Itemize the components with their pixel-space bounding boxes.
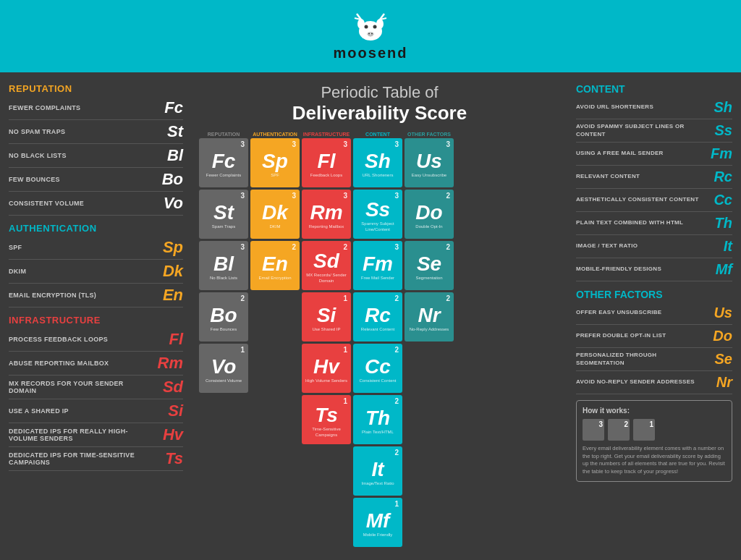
cell-symbol: Vo <box>211 357 237 377</box>
sidebar-item-label: NO SPAM TRAPS <box>9 128 147 135</box>
cell-label: Consistent Volume <box>206 378 242 383</box>
cell-symbol: Sh <box>365 151 391 171</box>
right-item-label: PLAIN TEXT COMBINED WITH HTML <box>576 219 703 226</box>
svg-point-10 <box>367 32 374 36</box>
cell-symbol: Se <box>417 254 441 274</box>
periodic-table-cell: 1 Ts Time-Sensitive Campaigns <box>302 395 351 444</box>
sidebar-item-label: DEDICATED IPS FOR REALLY HIGH-VOLUME SEN… <box>9 428 147 442</box>
periodic-table-cell <box>405 395 454 444</box>
sidebar-item-label: SPF <box>9 244 147 251</box>
cell-label: Double Opt-In <box>415 224 442 229</box>
periodic-table-cell: 3 Us Easy Unsubscribe <box>405 138 454 187</box>
cell-symbol: Rc <box>365 305 391 326</box>
sidebar-item: MX RECORDS FOR YOUR SENDER DOMAIN Sd <box>9 378 183 399</box>
right-item-symbol: Us <box>703 305 732 321</box>
sidebar-item-symbol: Si <box>147 402 183 420</box>
periodic-table-cell: 2 Nr No-Reply Addresses <box>405 292 454 341</box>
sidebar-item-symbol: Vo <box>147 194 183 213</box>
right-item-label: AVOID NO-REPLY SENDER ADDRESSES <box>576 378 703 386</box>
cell-label: URL Shorteners <box>363 173 394 178</box>
svg-point-12 <box>371 33 373 35</box>
sidebar-item: NO SPAM TRAPS St <box>9 122 183 144</box>
periodic-table-row: 3 St Spam Traps 3 Dk DKIM 3 Rm Reporting… <box>199 190 560 239</box>
periodic-table-cell: 3 Bl No Black Lists <box>199 241 248 290</box>
cell-number: 2 <box>240 294 245 302</box>
cell-symbol: En <box>262 254 288 274</box>
svg-point-3 <box>376 19 384 29</box>
sidebar-item: DKIM Dk <box>9 262 183 284</box>
sidebar-item-symbol: Fl <box>147 330 183 349</box>
title-line1: Periodic Table of <box>199 83 560 102</box>
cell-label: Reporting Mailbox <box>309 224 344 229</box>
cell-label: Few Bounces <box>211 327 237 332</box>
cell-label: Segmentation <box>415 276 442 281</box>
sidebar-item: FEWER COMPLAINTS Fc <box>9 98 183 120</box>
sidebar-item-symbol: Bo <box>147 170 183 189</box>
sidebar-item-symbol: Rm <box>147 354 183 373</box>
sidebar-item-symbol: Hv <box>147 425 183 444</box>
periodic-table-cell: 2 Rc Relevant Content <box>353 292 402 341</box>
periodic-table-row: 2 It Image/Text Ratio <box>199 446 560 496</box>
content-items: AVOID URL SHORTENERS Sh AVOID SPAMMY SUB… <box>576 99 732 281</box>
periodic-table-cell <box>250 292 300 341</box>
right-item-symbol: Mf <box>703 261 732 278</box>
sidebar-item-label: EMAIL ENCRYPTION (TLS) <box>9 292 147 299</box>
periodic-table-cell <box>199 498 248 547</box>
right-item-symbol: Fm <box>703 145 732 162</box>
cell-number: 1 <box>240 346 245 354</box>
mini-cell-3: 3 <box>583 419 604 441</box>
right-panel: CONTENT AVOID URL SHORTENERS Sh AVOID SP… <box>567 72 741 560</box>
cell-number: 2 <box>292 243 296 251</box>
periodic-table-cell: 1 Vo Consistent Volume <box>199 344 248 393</box>
sidebar-item-label: PROCESS FEEDBACK LOOPS <box>9 336 147 343</box>
right-item-symbol: Sh <box>703 99 732 116</box>
sidebar-item-label: NO BLACK LISTS <box>9 152 147 159</box>
authentication-section: SPF Sp DKIM Dk EMAIL ENCRYPTION (TLS) En <box>9 238 183 307</box>
cell-number: 2 <box>446 243 450 251</box>
right-item: PREFER DOUBLE OPT-IN LIST Do <box>576 328 732 348</box>
sidebar-item-symbol: Sd <box>147 378 183 396</box>
moosend-logo-icon <box>351 11 391 43</box>
periodic-table-cell <box>250 498 300 547</box>
infrastructure-title: INFRASTRUCTURE <box>9 315 183 326</box>
mini-cell-1: 1 <box>633 419 655 441</box>
mini-cell-2: 2 <box>608 419 630 441</box>
how-it-works-title: How it works: <box>583 407 726 415</box>
svg-point-9 <box>373 25 376 29</box>
periodic-table-cell: 2 En Email Encryption <box>250 241 300 290</box>
periodic-table-cell: 3 Fm Free Mail Sender <box>353 241 402 290</box>
right-item: RELEVANT CONTENT Rc <box>576 169 732 189</box>
title-line2: Deliverability Score <box>199 102 560 124</box>
main-title: Periodic Table of Deliverability Score <box>199 83 560 124</box>
other-factors-title: OTHER FACTORS <box>576 289 732 300</box>
sidebar-item: DEDICATED IPS FOR TIME-SENSITIVE CAMPAIG… <box>9 449 183 471</box>
sidebar-item-label: DKIM <box>9 268 147 275</box>
cell-label: Spammy Subject Line/Content <box>355 221 401 232</box>
right-item: PLAIN TEXT COMBINED WITH HTML Th <box>576 215 732 235</box>
right-item: OFFER EASY UNSUBSCRIBE Us <box>576 305 732 325</box>
right-item-symbol: Nr <box>703 374 732 391</box>
cell-symbol: It <box>371 459 384 480</box>
cell-symbol: Ss <box>365 200 390 220</box>
periodic-table-row: 2 Bo Few Bounces 1 Si Use Shared IP 2 Rc… <box>199 292 560 341</box>
periodic-table-cell: 3 Sp SPF <box>250 138 300 187</box>
periodic-table-cell <box>199 395 248 444</box>
cell-symbol: St <box>213 203 234 223</box>
sidebar-item: ABUSE REPORTING MAILBOX Rm <box>9 354 183 376</box>
cell-symbol: Hv <box>313 357 339 377</box>
cell-label: Fewer Complaints <box>206 173 241 178</box>
sidebar-item-label: ABUSE REPORTING MAILBOX <box>9 360 147 367</box>
cell-label: Image/Text Ratio <box>361 481 394 486</box>
periodic-table-cell: 2 Se Segmentation <box>405 241 454 290</box>
periodic-table-cell: 2 Cc Consistent Content <box>353 344 402 393</box>
cell-label: Spam Traps <box>212 224 235 229</box>
cell-symbol: Bo <box>210 305 237 326</box>
cell-label: Time-Sensitive Campaigns <box>303 427 350 437</box>
sidebar-item-label: MX RECORDS FOR YOUR SENDER DOMAIN <box>9 380 147 394</box>
periodic-table-cell: 1 Hv High Volume Senders <box>302 344 351 393</box>
sidebar-item-label: USE A SHARED IP <box>9 407 147 415</box>
right-item-label: PERSONALIZED THROUGH SEGMENTATION <box>576 352 703 367</box>
brand-name: moosend <box>334 45 408 61</box>
cell-symbol: Fm <box>363 254 393 274</box>
right-item: USING A FREE MAIL SENDER Fm <box>576 145 732 166</box>
